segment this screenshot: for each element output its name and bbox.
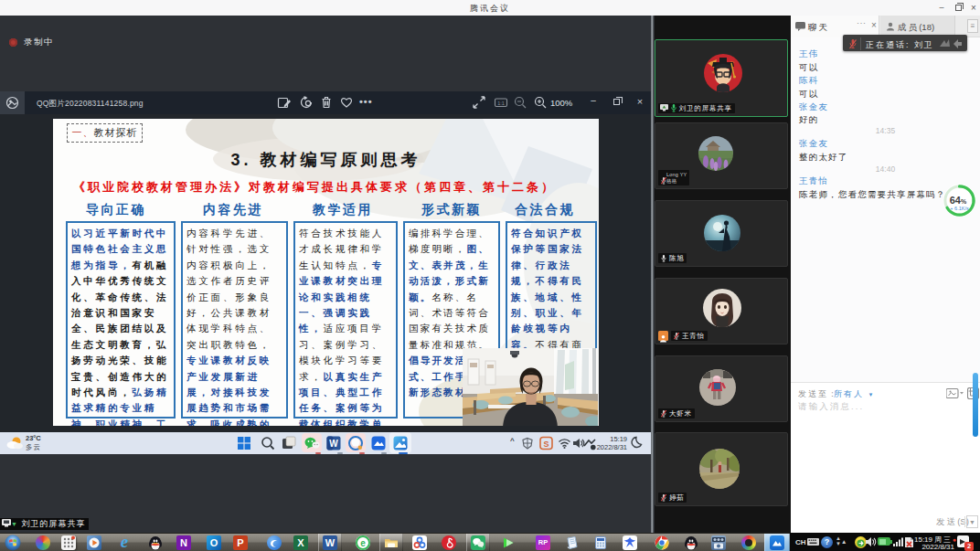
svg-text:e: e — [360, 538, 366, 548]
svg-text:W: W — [329, 439, 338, 449]
svg-text:1:1: 1:1 — [497, 101, 505, 106]
svg-text:S: S — [543, 440, 549, 449]
svg-text:+ 6.1K/s: + 6.1K/s — [950, 206, 969, 211]
